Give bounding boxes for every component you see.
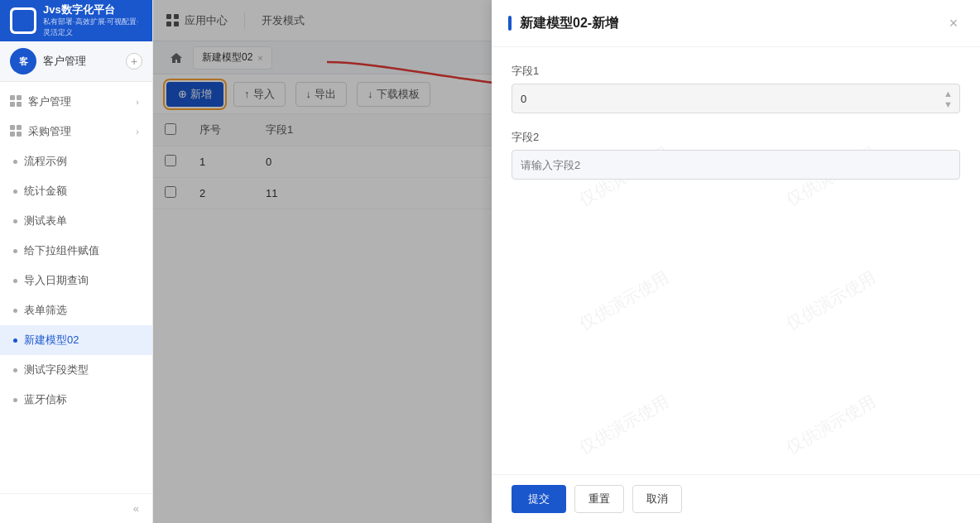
sidebar-item-process-example[interactable]: 流程示例	[0, 146, 152, 176]
modal-panel: 仅供演示使用 仅供演示使用 仅供演示使用 仅供演示使用 仅供演示使用 仅供演示使…	[492, 0, 980, 523]
sidebar-item-label: 统计金额	[24, 184, 67, 199]
sidebar-item-label: 给下拉组件赋值	[24, 243, 99, 258]
sidebar-item-import-date[interactable]: 导入日期查询	[0, 266, 152, 295]
sidebar-item-bluetooth[interactable]: 蓝牙信标	[0, 385, 152, 415]
sidebar-nav-section: 客 客户管理 +	[0, 41, 152, 82]
sidebar-header: Jvs数字化平台 私有部署·高效扩展·可视配置·灵活定义	[0, 0, 152, 41]
svg-rect-8	[10, 125, 15, 130]
dot-icon	[13, 309, 17, 313]
sidebar: Jvs数字化平台 私有部署·高效扩展·可视配置·灵活定义 客 客户管理 + 客户…	[0, 0, 153, 523]
arrow-down-icon: ▼	[944, 99, 953, 109]
field2-input[interactable]	[512, 150, 960, 180]
dot-icon	[13, 368, 17, 372]
sidebar-item-label: 流程示例	[24, 154, 67, 169]
sidebar-item-label: 客户管理	[28, 94, 71, 109]
field1-input-display[interactable]: 0 ▲ ▼	[512, 84, 960, 113]
chevron-right-icon-2: ›	[136, 127, 139, 137]
svg-rect-11	[17, 132, 22, 137]
dot-icon	[13, 160, 17, 164]
svg-rect-3	[24, 22, 30, 27]
avatar: 客	[10, 48, 36, 74]
svg-rect-4	[10, 95, 15, 100]
svg-rect-9	[17, 125, 22, 130]
sidebar-item-test-form[interactable]: 测试表单	[0, 206, 152, 236]
sidebar-item-label: 测试表单	[24, 214, 67, 228]
add-nav-button[interactable]: +	[126, 53, 142, 70]
sidebar-item-stats-amount[interactable]: 统计金额	[0, 176, 152, 206]
sidebar-menu: 客户管理 › 采购管理 › 流程示例 统计金额 测试表单 给下拉组件赋值	[0, 82, 152, 493]
spinner-arrows[interactable]: ▲ ▼	[944, 89, 953, 109]
dot-icon	[13, 398, 17, 402]
submit-button[interactable]: 提交	[512, 485, 566, 513]
form-group-field1: 字段1 0 ▲ ▼	[512, 64, 960, 113]
sidebar-item-label: 蓝牙信标	[24, 392, 67, 407]
sidebar-item-dropdown-assign[interactable]: 给下拉组件赋值	[0, 236, 152, 266]
sidebar-item-label: 表单筛选	[24, 303, 67, 318]
modal-title-accent	[508, 16, 512, 31]
sidebar-item-form-filter[interactable]: 表单筛选	[0, 295, 152, 325]
app-logo	[10, 7, 36, 34]
dot-icon	[13, 219, 17, 223]
sidebar-item-new-model-02[interactable]: 新建模型02	[0, 325, 152, 355]
sidebar-item-customer-mgmt[interactable]: 客户管理 ›	[0, 87, 152, 117]
form-group-field2: 字段2	[512, 130, 960, 180]
svg-rect-5	[17, 95, 22, 100]
svg-rect-1	[24, 14, 30, 20]
nav-section-label: 客户管理	[36, 54, 126, 69]
svg-rect-6	[10, 102, 15, 107]
arrow-up-icon: ▲	[944, 89, 953, 98]
svg-rect-7	[17, 102, 22, 107]
sidebar-item-label: 导入日期查询	[24, 273, 89, 288]
cancel-button[interactable]: 取消	[632, 485, 682, 513]
sidebar-item-label: 采购管理	[28, 124, 71, 139]
field1-label: 字段1	[512, 64, 960, 79]
grid-icon	[10, 95, 23, 108]
app-title: Jvs数字化平台 私有部署·高效扩展·可视配置·灵活定义	[43, 3, 142, 39]
sidebar-item-label: 测试字段类型	[24, 362, 89, 377]
reset-button[interactable]: 重置	[574, 485, 624, 513]
chevron-right-icon: ›	[136, 97, 139, 107]
svg-rect-10	[10, 132, 15, 137]
dot-icon	[13, 279, 17, 283]
modal-footer: 提交 重置 取消	[492, 474, 980, 523]
dot-icon	[13, 249, 17, 253]
modal-body: 字段1 0 ▲ ▼ 字段2	[492, 47, 980, 474]
modal-title: 新建模型02-新增	[520, 15, 944, 32]
field1-value: 0	[521, 93, 951, 105]
main-content: 应用中心 开发模式 新建模型02 × ⊕ 新增 ↑ 导入 ↓ 导出	[153, 0, 980, 523]
svg-rect-0	[17, 14, 22, 20]
dot-icon-active	[13, 338, 17, 343]
grid-icon-2	[10, 125, 23, 138]
modal-close-button[interactable]: ×	[944, 13, 963, 33]
field1-input-wrapper: 0 ▲ ▼	[512, 84, 960, 113]
modal-header: 新建模型02-新增 ×	[492, 0, 980, 47]
sidebar-item-label: 新建模型02	[24, 333, 79, 348]
svg-rect-2	[17, 22, 22, 27]
sidebar-collapse-button[interactable]: «	[0, 493, 152, 523]
logo-icon	[12, 10, 34, 31]
sidebar-item-purchase-mgmt[interactable]: 采购管理 ›	[0, 117, 152, 146]
dot-icon	[13, 190, 17, 194]
sidebar-item-test-field-type[interactable]: 测试字段类型	[0, 355, 152, 385]
field2-label: 字段2	[512, 130, 960, 145]
